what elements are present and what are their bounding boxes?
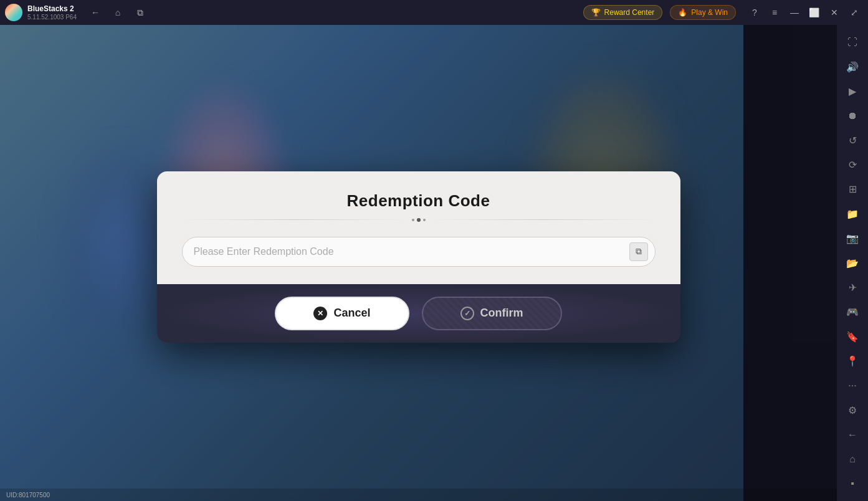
apps-icon[interactable]: ⊞ (841, 178, 864, 200)
titlebar-nav: ← ⌂ ⧉ (87, 4, 149, 21)
location-icon[interactable]: 📍 (841, 350, 864, 372)
divider-dot-3 (423, 219, 426, 221)
volume-icon[interactable]: 🔊 (841, 55, 864, 77)
app-version: 5.11.52.1003 P64 (27, 14, 77, 21)
app-name: BlueStacks 2 (27, 4, 77, 13)
dialog-bottom: ✕ Cancel ✓ Confirm (157, 284, 680, 343)
paste-icon: ⧉ (636, 246, 642, 257)
play-win-button[interactable]: 🔥 Play & Win (670, 5, 736, 20)
divider-line-right (431, 219, 656, 220)
close-button[interactable]: ✕ (826, 4, 843, 21)
app-logo (5, 4, 22, 21)
menu-button[interactable]: ≡ (766, 4, 783, 21)
more-options-icon[interactable]: ··· (841, 375, 864, 396)
maximize-button[interactable]: ⬜ (806, 4, 823, 21)
right-sidebar: ⛶ 🔊 ▶ ⏺ ↺ ⟳ ⊞ 📁 📷 📂 ✈ 🎮 🔖 📍 ··· ⚙ ← ⌂ ▪ (837, 25, 868, 501)
divider-dot-1 (412, 219, 414, 221)
bookmark-icon[interactable]: 🔖 (841, 326, 864, 348)
home-icon[interactable]: ⌂ (841, 448, 864, 470)
home-button[interactable]: ⌂ (109, 4, 126, 21)
cancel-label: Cancel (333, 307, 370, 320)
confirm-check-icon: ✓ (460, 307, 474, 320)
cancel-button[interactable]: ✕ Cancel (275, 297, 409, 330)
gamepad-icon[interactable]: 🎮 (841, 301, 864, 323)
play-win-label: Play & Win (691, 8, 728, 17)
airplane-mode-icon[interactable]: ✈ (841, 277, 864, 298)
layers-icon[interactable]: ▪ (841, 473, 864, 495)
redemption-code-input[interactable] (182, 237, 656, 267)
paste-button[interactable]: ⧉ (629, 242, 648, 261)
redemption-dialog: Redemption Code ⧉ (157, 171, 680, 343)
uid-display: UID:801707500 (6, 492, 50, 499)
settings-gear-icon[interactable]: ⚙ (841, 399, 864, 421)
divider-dots (412, 218, 426, 222)
dialog-divider (182, 218, 656, 222)
dialog-title-section: Redemption Code (182, 191, 656, 222)
back-icon[interactable]: ← (841, 424, 864, 446)
rotation-icon[interactable]: ⟳ (841, 154, 864, 176)
divider-dot-2 (417, 218, 421, 222)
help-button[interactable]: ? (746, 4, 763, 21)
bottom-status-bar: UID:801707500 (0, 489, 837, 501)
back-button[interactable]: ← (87, 4, 104, 21)
record-icon[interactable]: ⏺ (841, 105, 864, 126)
fullscreen-icon[interactable]: ⛶ (841, 31, 864, 53)
titlebar-controls: ? ≡ — ⬜ ✕ ⤢ (746, 4, 863, 21)
reward-center-label: Reward Center (604, 8, 655, 17)
refresh-icon[interactable]: ↺ (841, 130, 864, 151)
dialog-title: Redemption Code (182, 191, 656, 211)
play-win-icon: 🔥 (678, 8, 687, 17)
dialog-top: Redemption Code ⧉ (157, 171, 680, 284)
app-info: BlueStacks 2 5.11.52.1003 P64 (27, 4, 77, 20)
titlebar: BlueStacks 2 5.11.52.1003 P64 ← ⌂ ⧉ 🏆 Re… (0, 0, 868, 25)
divider-line-left (182, 219, 407, 220)
code-input-wrapper: ⧉ (182, 237, 656, 267)
video-icon[interactable]: ▶ (841, 80, 864, 102)
expand-button[interactable]: ⤢ (846, 4, 863, 21)
titlebar-center: 🏆 Reward Center 🔥 Play & Win (583, 5, 736, 20)
cancel-x-icon: ✕ (313, 307, 327, 320)
reward-center-button[interactable]: 🏆 Reward Center (583, 5, 663, 20)
screenshot-icon[interactable]: 📷 (841, 227, 864, 249)
confirm-label: Confirm (480, 307, 523, 320)
minimize-button[interactable]: — (786, 4, 803, 21)
reward-fire-icon: 🏆 (591, 8, 601, 17)
media-manager-icon[interactable]: 📁 (841, 203, 864, 225)
folder-icon[interactable]: 📂 (841, 252, 864, 274)
modal-overlay: Redemption Code ⧉ (0, 25, 837, 489)
tabs-button[interactable]: ⧉ (131, 4, 149, 21)
confirm-button[interactable]: ✓ Confirm (422, 297, 562, 330)
